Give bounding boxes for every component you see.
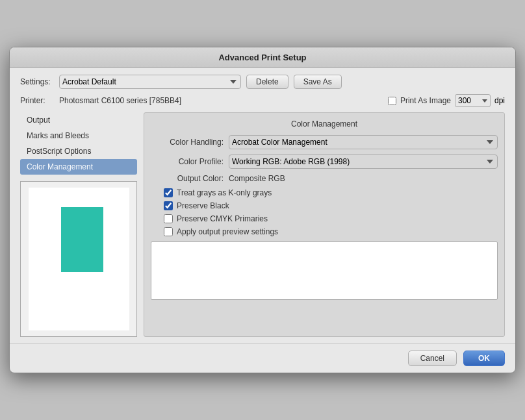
preview-box	[20, 181, 137, 337]
preserve-black-label: Preserve Black	[177, 201, 229, 210]
output-color-value: Composite RGB	[229, 174, 285, 183]
preview-inner	[29, 188, 129, 330]
color-profile-select[interactable]: Working RGB: Adobe RGB (1998)	[229, 154, 498, 169]
dpi-unit: dpi	[494, 96, 505, 105]
output-color-label: Output Color:	[151, 174, 229, 183]
color-profile-row: Color Profile: Working RGB: Adobe RGB (1…	[151, 154, 498, 169]
dialog-title-bar: Advanced Print Setup	[10, 47, 515, 68]
preserve-black-checkbox[interactable]	[164, 201, 173, 210]
output-color-row: Output Color: Composite RGB	[151, 174, 498, 183]
panel-title: Color Management	[151, 119, 498, 129]
ok-button[interactable]: OK	[463, 351, 505, 366]
settings-row: Settings: Acrobat Default Delete Save As	[20, 75, 505, 89]
sidebar-item-color-management[interactable]: Color Management	[20, 159, 137, 175]
preserve-cmyk-label: Preserve CMYK Primaries	[177, 214, 268, 223]
treat-grays-label: Treat grays as K-only grays	[177, 188, 272, 197]
apply-output-row: Apply output preview settings	[164, 227, 498, 236]
settings-select[interactable]: Acrobat Default	[59, 75, 241, 89]
advanced-print-dialog: Advanced Print Setup Settings: Acrobat D…	[9, 47, 516, 373]
delete-button[interactable]: Delete	[246, 75, 288, 89]
sidebar: Output Marks and Bleeds PostScript Optio…	[20, 112, 137, 337]
action-buttons: Delete Save As	[246, 75, 342, 89]
sidebar-item-color-management-label: Color Management	[27, 162, 93, 171]
cancel-button[interactable]: Cancel	[408, 351, 457, 366]
color-profile-label: Color Profile:	[151, 157, 229, 166]
sidebar-item-marks-bleeds-label: Marks and Bleeds	[27, 131, 89, 140]
printer-row: Printer: Photosmart C6100 series [785BB4…	[20, 94, 505, 107]
apply-output-label: Apply output preview settings	[177, 227, 278, 236]
apply-output-checkbox[interactable]	[164, 227, 173, 236]
treat-grays-row: Treat grays as K-only grays	[164, 188, 498, 197]
dialog-footer: Cancel OK	[10, 343, 515, 373]
main-content: Output Marks and Bleeds PostScript Optio…	[20, 112, 505, 337]
dialog-title: Advanced Print Setup	[218, 53, 306, 62]
print-as-image-row: Print As Image 300 dpi	[388, 94, 505, 107]
printer-label: Printer:	[20, 96, 59, 105]
sidebar-item-output-label: Output	[27, 116, 50, 125]
dpi-select[interactable]: 300	[455, 94, 491, 107]
sidebar-item-marks-bleeds[interactable]: Marks and Bleeds	[20, 128, 137, 143]
description-text-area	[151, 241, 498, 300]
sidebar-item-postscript[interactable]: PostScript Options	[20, 143, 137, 159]
printer-name: Photosmart C6100 series [785BB4]	[59, 96, 388, 105]
treat-grays-checkbox[interactable]	[164, 188, 173, 197]
color-handling-select[interactable]: Acrobat Color Management	[229, 135, 498, 149]
settings-label: Settings:	[20, 77, 59, 86]
save-as-button[interactable]: Save As	[294, 75, 342, 89]
preserve-cmyk-row: Preserve CMYK Primaries	[164, 214, 498, 223]
color-handling-row: Color Handling: Acrobat Color Management	[151, 135, 498, 149]
color-handling-label: Color Handling:	[151, 138, 229, 147]
print-as-image-label: Print As Image	[400, 96, 451, 105]
preserve-cmyk-checkbox[interactable]	[164, 214, 173, 223]
print-as-image-checkbox[interactable]	[388, 97, 396, 105]
preview-teal-rectangle	[61, 207, 103, 272]
dialog-body: Settings: Acrobat Default Delete Save As…	[10, 68, 515, 343]
color-management-panel: Color Management Color Handling: Acrobat…	[144, 112, 505, 337]
preserve-black-row: Preserve Black	[164, 201, 498, 210]
sidebar-item-output[interactable]: Output	[20, 112, 137, 128]
sidebar-item-postscript-label: PostScript Options	[27, 147, 91, 156]
